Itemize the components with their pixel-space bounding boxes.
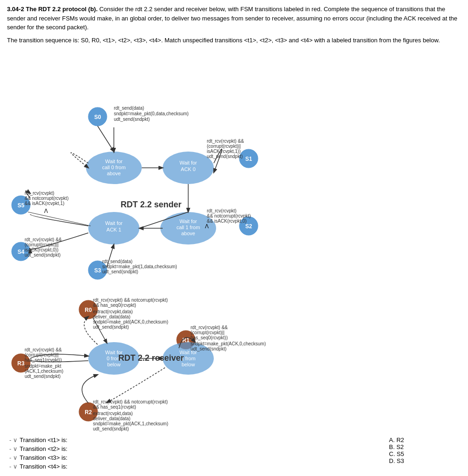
diagram-wrapper: S0 S1 S2 S3 S4 S5 Wait for call 0 from a… xyxy=(7,52,461,433)
svg-text:udt_send(sndpkt): udt_send(sndpkt) xyxy=(93,426,129,431)
dropdown-icon-t1[interactable]: ∨ xyxy=(13,436,18,443)
svg-text:rdt_rcv(rcvpkt) &&: rdt_rcv(rcvpkt) && xyxy=(25,347,62,352)
bottom-section: - ∨ Transition <t1> is: - ∨ Transition <… xyxy=(7,433,461,476)
svg-text:extract(rcvpkt,data): extract(rcvpkt,data) xyxy=(93,411,133,416)
svg-text:above: above xyxy=(181,231,195,236)
svg-text:&& has_seq0(rcvpkt): && has_seq0(rcvpkt) xyxy=(93,303,136,308)
svg-text:deliver_data(data): deliver_data(data) xyxy=(93,314,131,319)
dropdown-icon-t2[interactable]: ∨ xyxy=(13,445,18,452)
transition-label-t4: Transition <t4> is: xyxy=(20,463,380,470)
svg-text:S1: S1 xyxy=(245,156,252,162)
transition-text: The transition sequence is: S0, R0, <t1>… xyxy=(7,36,461,45)
svg-text:udt_send(sndpkt): udt_send(sndpkt) xyxy=(191,346,226,351)
transition-label-t3: Transition <t3> is: xyxy=(20,454,380,461)
svg-text:rdt_send(data): rdt_send(data) xyxy=(102,259,132,264)
choice-D: D. S3 xyxy=(389,457,459,464)
svg-text:Λ: Λ xyxy=(205,223,209,230)
dropdown-icon-t3[interactable]: ∨ xyxy=(13,454,18,461)
svg-text:udt_send(sndpkt): udt_send(sndpkt) xyxy=(102,269,138,274)
svg-text:call 0 from: call 0 from xyxy=(102,165,126,170)
transitions-list: - ∨ Transition <t1> is: - ∨ Transition <… xyxy=(9,436,380,472)
svg-text:rdt_rcv(rcvpkt) && notcorrupt(: rdt_rcv(rcvpkt) && notcorrupt(rcvpkt) xyxy=(93,298,168,303)
svg-text:has_seq0(rcvpkt)): has_seq0(rcvpkt)) xyxy=(191,335,228,340)
svg-text:rdt_rcv(rcvpkt) &&: rdt_rcv(rcvpkt) && xyxy=(25,237,62,242)
svg-text:RDT 2.2 sender: RDT 2.2 sender xyxy=(120,200,181,209)
svg-text:udt_send(sndpkt): udt_send(sndpkt) xyxy=(25,252,60,258)
svg-text:sndpkt=make_pkt(1,data,checksu: sndpkt=make_pkt(1,data,checksum) xyxy=(102,264,177,269)
choice-C: C. S5 xyxy=(389,450,459,457)
svg-text:Wait for: Wait for xyxy=(179,160,197,165)
svg-text:isACK(rcvpkt,0)): isACK(rcvpkt,0)) xyxy=(25,247,59,252)
svg-text:Λ: Λ xyxy=(44,208,48,214)
choice-A: A. R2 xyxy=(389,436,459,443)
svg-text:ACK 0: ACK 0 xyxy=(181,166,196,172)
svg-text:rdt_rcv(rcvpkt) &&: rdt_rcv(rcvpkt) && xyxy=(207,139,244,144)
svg-text:sndpkt=make_pkt: sndpkt=make_pkt xyxy=(25,364,61,369)
dash-t4: - xyxy=(9,463,11,470)
svg-text:S3: S3 xyxy=(94,267,101,274)
svg-text:(ACK,1,checksum): (ACK,1,checksum) xyxy=(25,369,63,374)
dash-t1: - xyxy=(9,436,11,443)
svg-text:call 1 from: call 1 from xyxy=(177,225,200,230)
svg-text:RDT 2.2 receiver: RDT 2.2 receiver xyxy=(118,353,184,363)
svg-text:R0: R0 xyxy=(85,307,92,313)
svg-text:(corrupt(rcvpkt)||: (corrupt(rcvpkt)|| xyxy=(25,242,59,247)
choice-B: B. S2 xyxy=(389,443,459,450)
svg-text:&& isACK(rcvpkt,1): && isACK(rcvpkt,1) xyxy=(25,201,65,206)
svg-text:S5: S5 xyxy=(18,202,25,209)
transition-label-t2: Transition <t2> is: xyxy=(20,445,380,452)
svg-text:Wait for: Wait for xyxy=(105,220,123,226)
svg-text:extract(rcvpkt,data): extract(rcvpkt,data) xyxy=(93,309,133,314)
transition-label-t1: Transition <t1> is: xyxy=(20,436,380,443)
svg-text:isACK(rcvpkt,1)): isACK(rcvpkt,1)) xyxy=(207,149,241,154)
main-diagram: S0 S1 S2 S3 S4 S5 Wait for call 0 from a… xyxy=(7,52,461,433)
svg-text:above: above xyxy=(107,171,121,176)
svg-text:rdt_rcv(rcvpkt): rdt_rcv(rcvpkt) xyxy=(207,208,237,213)
svg-line-30 xyxy=(98,126,114,152)
svg-text:(corrupt(rcvpkt)||: (corrupt(rcvpkt)|| xyxy=(207,144,241,149)
svg-text:rdt_rcv(rcvpkt) &&: rdt_rcv(rcvpkt) && xyxy=(191,325,228,330)
svg-text:udt_send(sndpkt): udt_send(sndpkt) xyxy=(25,374,60,379)
svg-text:sndpkt=make_pkt(ACK,0,checksum: sndpkt=make_pkt(ACK,0,checksum) xyxy=(93,319,168,324)
svg-text:udt_send(sndpkt): udt_send(sndpkt) xyxy=(207,154,243,159)
svg-text:R2: R2 xyxy=(85,409,92,416)
svg-text:&& has_seq1(rcvpkt): && has_seq1(rcvpkt) xyxy=(93,404,136,410)
question-title: The RDT 2.2 protocol (b). xyxy=(26,6,98,13)
answer-row-t1: - ∨ Transition <t1> is: xyxy=(9,436,380,443)
svg-text:sndpkt=make_pkt(ACK,1,checksum: sndpkt=make_pkt(ACK,1,checksum) xyxy=(93,421,168,426)
svg-text:sndpkt=make_pkt(0,data,checksu: sndpkt=make_pkt(0,data,checksum) xyxy=(114,111,189,116)
svg-text:S4: S4 xyxy=(18,249,25,255)
dropdown-icon-t4[interactable]: ∨ xyxy=(13,463,18,470)
svg-text:rdt_rcv(rcvpkt) && notcorrupt(: rdt_rcv(rcvpkt) && notcorrupt(rcvpkt) xyxy=(93,399,168,404)
svg-text:Wait for: Wait for xyxy=(179,218,197,224)
dash-t3: - xyxy=(9,454,11,461)
svg-text:R3: R3 xyxy=(17,360,25,367)
answer-row-t4: - ∨ Transition <t4> is: xyxy=(9,463,380,470)
svg-text:(corrupt(rcvpkt)||: (corrupt(rcvpkt)|| xyxy=(191,330,224,335)
svg-text:&& notcorrupt(rcvpkt): && notcorrupt(rcvpkt) xyxy=(207,213,250,218)
page-container: 3.04-2 The RDT 2.2 protocol (b). Conside… xyxy=(0,0,468,476)
dash-t2: - xyxy=(9,445,11,452)
answer-row-t3: - ∨ Transition <t3> is: xyxy=(9,454,380,461)
question-number: 3.04-2 xyxy=(7,6,24,13)
svg-text:S2: S2 xyxy=(245,223,252,230)
answer-row-t2: - ∨ Transition <t2> is: xyxy=(9,445,380,452)
svg-text:rdt_send(data): rdt_send(data) xyxy=(114,106,144,111)
question-text: 3.04-2 The RDT 2.2 protocol (b). Conside… xyxy=(7,5,461,32)
svg-text:sndpkt=make_pkt(ACK,0,checksum: sndpkt=make_pkt(ACK,0,checksum) xyxy=(191,341,266,346)
svg-text:deliver_data(data): deliver_data(data) xyxy=(93,416,131,421)
svg-text:udt_send(sndpkt): udt_send(sndpkt) xyxy=(114,117,150,122)
svg-text:&& notcorrupt(rcvpkt): && notcorrupt(rcvpkt) xyxy=(25,196,68,201)
svg-text:&& isACK(rcvpkt,0): && isACK(rcvpkt,0) xyxy=(207,218,247,224)
svg-text:rdt_rcv(rcvpkt): rdt_rcv(rcvpkt) xyxy=(25,191,54,196)
choices-list: A. R2 B. S2 C. S5 D. S3 xyxy=(389,436,459,464)
svg-text:Wait for: Wait for xyxy=(105,159,123,164)
svg-text:S0: S0 xyxy=(94,114,101,120)
svg-text:ACK 1: ACK 1 xyxy=(106,227,121,232)
